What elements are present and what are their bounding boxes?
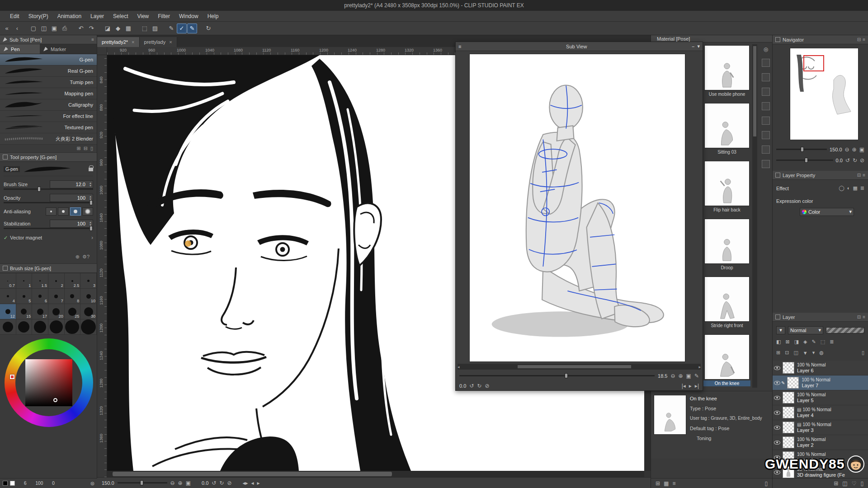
brush-size-cell[interactable] bbox=[80, 319, 97, 335]
menu-animation[interactable]: Animation bbox=[53, 12, 86, 21]
canvas-zoom-slider[interactable] bbox=[118, 482, 167, 483]
snap-ruler-icon[interactable]: ✎ bbox=[166, 23, 176, 33]
delete-material-icon[interactable]: ▯ bbox=[764, 480, 768, 487]
collapse-left2-icon[interactable]: ‹ bbox=[12, 23, 22, 33]
detail-settings-icon[interactable]: ⚙? bbox=[82, 254, 90, 260]
snap-special-ruler-icon[interactable]: ✓ bbox=[177, 23, 187, 33]
fit-icon[interactable]: ▣ bbox=[859, 146, 864, 153]
delete-layer-icon[interactable]: ▯ bbox=[862, 350, 864, 356]
layer-row[interactable]: 100 % NormalLayer 5 bbox=[773, 390, 868, 405]
minimize-icon[interactable]: − bbox=[692, 44, 694, 49]
scroll-right-icon[interactable]: ▸ bbox=[698, 365, 701, 369]
brush-item-turnip-pen[interactable]: Tumip pen bbox=[0, 77, 97, 88]
pose-item[interactable]: Droop bbox=[703, 219, 750, 271]
panel-menu-icon[interactable]: ≡ bbox=[863, 314, 865, 319]
layer-thumbnail[interactable] bbox=[787, 377, 799, 389]
canvas-horizontal-scrollbar[interactable] bbox=[107, 471, 644, 477]
pose-thumbnail[interactable] bbox=[704, 103, 750, 148]
layer-panel-header[interactable]: Layer ⊟≡ bbox=[773, 313, 868, 322]
opacity-slider[interactable] bbox=[4, 202, 93, 203]
visibility-eye-icon[interactable] bbox=[774, 411, 780, 415]
material-folder-icon[interactable] bbox=[762, 73, 770, 81]
eyedropper-icon[interactable]: ✎ bbox=[694, 373, 699, 379]
brush-size-cell-selected[interactable]: 12 bbox=[0, 304, 16, 319]
close-tab-icon[interactable]: × bbox=[132, 39, 134, 45]
brush-size-cell[interactable]: 10 bbox=[80, 289, 97, 304]
reset-icon[interactable]: ⊘ bbox=[485, 383, 489, 389]
expand-arrow-icon[interactable]: › bbox=[91, 235, 93, 241]
magnifier-icon[interactable]: ◎ bbox=[764, 46, 768, 52]
brush-size-cell[interactable]: 1 bbox=[16, 273, 33, 289]
rotate-left-icon[interactable]: ↺ bbox=[845, 157, 850, 164]
layer-property-header[interactable]: Layer Property ⊟≡ bbox=[773, 171, 868, 180]
layer-row[interactable]: 100 % NormalLayer 2 bbox=[773, 435, 868, 450]
brush-size-cell[interactable]: 8 bbox=[65, 289, 81, 304]
brush-size-cell[interactable]: 15 bbox=[16, 304, 33, 319]
export-icon[interactable]: ⎙ bbox=[60, 23, 70, 33]
brush-size-cell[interactable]: 2 bbox=[48, 273, 65, 289]
brush-item-blender[interactable]: 火炎彩 2 Blender bbox=[0, 133, 97, 145]
duplicate-subtool-icon[interactable]: ⊟ bbox=[84, 145, 88, 151]
visibility-eye-icon[interactable] bbox=[774, 426, 780, 430]
undo-icon[interactable]: ↶ bbox=[76, 23, 86, 33]
collapse-icon[interactable]: ⊟ bbox=[857, 173, 861, 178]
prev-page-icon[interactable]: ◂ bbox=[251, 480, 254, 486]
material-folder-icon[interactable] bbox=[762, 145, 770, 154]
navigator-zoom-slider[interactable] bbox=[776, 149, 827, 150]
zoom-out-icon[interactable]: ⊖ bbox=[170, 480, 175, 486]
vector-magnet-label[interactable]: Vector magnet bbox=[10, 235, 42, 240]
open-file-icon[interactable]: ◫ bbox=[39, 23, 49, 33]
document-tab-active[interactable]: prettylady2* × bbox=[97, 37, 140, 47]
palette-color-dropdown[interactable]: ▾ bbox=[776, 326, 785, 334]
stepper-icons[interactable]: ▲▼ bbox=[89, 182, 92, 187]
list-view-icon[interactable]: ≡ bbox=[672, 480, 675, 487]
layer-thumbnail[interactable] bbox=[783, 392, 794, 404]
brush-size-cell[interactable]: 20 bbox=[48, 304, 65, 319]
navigator-rotate-slider[interactable] bbox=[776, 160, 833, 161]
pose-item[interactable]: Stride right front bbox=[703, 277, 750, 328]
material-folder-icon[interactable] bbox=[762, 59, 770, 67]
brush-item-calligraphy[interactable]: Calligraphy bbox=[0, 99, 97, 111]
delete-subtool-icon[interactable]: ▯ bbox=[90, 145, 93, 151]
opacity-value[interactable]: 100 ▲▼ bbox=[50, 194, 93, 202]
merge-layer-icon[interactable]: ▾ bbox=[812, 350, 815, 356]
scroll-left-icon[interactable]: ◂ bbox=[458, 365, 460, 369]
zoom-out-icon[interactable]: ⊖ bbox=[670, 373, 675, 379]
save-file-icon[interactable]: ▣ bbox=[49, 23, 59, 33]
ruler-icon[interactable]: ≣ bbox=[830, 339, 834, 345]
blend-mode-dropdown[interactable]: Normal ▾ bbox=[788, 326, 823, 334]
fill-icon[interactable]: ◆ bbox=[113, 23, 123, 33]
brush-size-cell[interactable]: 4 bbox=[0, 289, 16, 304]
reset-rotation-icon[interactable]: ⊘ bbox=[227, 480, 231, 486]
lock-layer-icon[interactable]: ⊠ bbox=[785, 339, 789, 345]
extract-line-effect-icon[interactable]: ≣ bbox=[860, 185, 864, 191]
rotate-right-icon[interactable]: ↻ bbox=[853, 157, 857, 164]
brush-size-cell[interactable] bbox=[16, 319, 33, 335]
lock-icon[interactable] bbox=[89, 168, 93, 171]
pose-item[interactable]: Flip hair back bbox=[703, 161, 750, 213]
zoom-in-icon[interactable]: ⊕ bbox=[178, 480, 183, 486]
brush-size-cell[interactable]: 17 bbox=[32, 304, 48, 319]
reference-layer-icon[interactable]: ◈ bbox=[803, 339, 807, 345]
hue-indicator[interactable] bbox=[10, 375, 14, 379]
layer-row[interactable]: ▤100 % NormalLayer 3 bbox=[773, 420, 868, 435]
menu-view[interactable]: View bbox=[132, 12, 153, 21]
layer-color-effect-icon[interactable]: ▦ bbox=[853, 185, 857, 191]
zoom-out-icon[interactable]: ⊖ bbox=[845, 146, 849, 153]
subview-header[interactable]: ≡ Sub View − ▾ bbox=[456, 42, 703, 51]
aa-strong-button[interactable] bbox=[82, 207, 93, 216]
stabilization-value[interactable]: 100 ▲▼ bbox=[50, 220, 93, 228]
trash-icon[interactable]: ▯ bbox=[860, 480, 863, 487]
brush-item-for-effect-line[interactable]: For effect line bbox=[0, 111, 97, 122]
fit-to-screen-icon[interactable]: ▣ bbox=[186, 480, 191, 486]
prev-image-icon[interactable]: |◂ bbox=[682, 383, 686, 389]
document-tab[interactable]: prettylady × bbox=[140, 37, 177, 47]
main-color-swatch[interactable] bbox=[3, 481, 8, 486]
tool-icon[interactable] bbox=[45, 481, 50, 486]
pose-thumbnail[interactable] bbox=[704, 277, 750, 322]
color-indicator[interactable] bbox=[53, 398, 57, 402]
two-pane-icon[interactable]: ◫ bbox=[842, 480, 847, 487]
brush-size-cell[interactable]: 2.5 bbox=[65, 273, 81, 289]
visibility-eye-icon[interactable] bbox=[774, 381, 780, 385]
fit-icon[interactable]: ▣ bbox=[686, 373, 691, 379]
